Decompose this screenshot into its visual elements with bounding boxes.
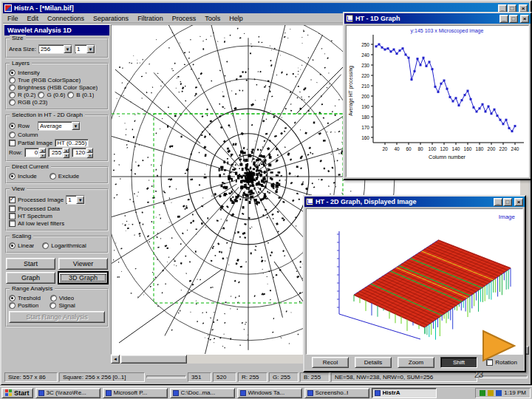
- zoom-button[interactable]: Zoom: [398, 357, 434, 368]
- treshold-radio[interactable]: [9, 295, 16, 301]
- svg-text:160: 160: [361, 135, 369, 140]
- size-count-combo[interactable]: 1 ▼: [75, 44, 95, 54]
- maximize-icon[interactable]: □: [508, 4, 516, 13]
- tray-icon[interactable]: [496, 390, 502, 396]
- scroll-left-icon[interactable]: ◄: [111, 355, 120, 364]
- ht-1d-title: HT - 1D Graph: [355, 15, 499, 22]
- system-tray[interactable]: 1:19 PM: [475, 388, 531, 398]
- partial-image-checkbox[interactable]: [9, 140, 16, 146]
- layer-intensity-radio[interactable]: Intensity: [9, 69, 105, 76]
- svg-text:200: 200: [361, 94, 369, 99]
- menu-separations[interactable]: Separations: [89, 15, 133, 22]
- tray-icon[interactable]: [488, 390, 494, 396]
- include-radio[interactable]: [9, 173, 16, 180]
- svg-text:120: 120: [440, 146, 449, 151]
- signal-radio[interactable]: [50, 302, 56, 309]
- all-filters-checkbox[interactable]: [9, 220, 16, 227]
- chevron-down-icon[interactable]: ▼: [76, 196, 84, 204]
- shift-button[interactable]: Shift: [440, 357, 477, 368]
- menu-tools[interactable]: Tools: [200, 15, 225, 22]
- graph-3d-button[interactable]: 3D Graph: [58, 272, 108, 284]
- slide-number: 23: [474, 370, 483, 379]
- average-combo[interactable]: Average ▼: [38, 121, 81, 131]
- taskbar-task[interactable]: Screensho..t: [304, 388, 369, 398]
- start-button[interactable]: Start: [6, 258, 55, 270]
- taskbar-task[interactable]: HistrA: [372, 388, 437, 398]
- position-radio[interactable]: [9, 302, 16, 309]
- menu-help[interactable]: Help: [225, 15, 248, 22]
- viewer-button[interactable]: Viewer: [58, 258, 108, 270]
- details-button[interactable]: Details: [355, 357, 392, 368]
- layer-g-radio[interactable]: [38, 92, 44, 98]
- row-from-spinner[interactable]: 0 ▲▼: [24, 148, 46, 157]
- menu-file[interactable]: File: [3, 15, 23, 22]
- video-radio[interactable]: [50, 295, 57, 301]
- spin-up-icon[interactable]: ▲: [63, 148, 69, 153]
- svg-text:Average HT processing: Average HT processing: [348, 66, 354, 116]
- tray-icon[interactable]: [480, 390, 485, 396]
- svg-text:160: 160: [464, 146, 472, 151]
- column-radio-row[interactable]: Column: [9, 132, 105, 138]
- taskbar-task[interactable]: C:\Doc..ma...: [170, 388, 235, 398]
- menu-edit[interactable]: Edit: [23, 15, 44, 22]
- start-range-analysis-button[interactable]: Start Range Analysis: [9, 311, 105, 323]
- column-radio[interactable]: [9, 132, 16, 138]
- spin-up-icon[interactable]: ▲: [86, 148, 93, 153]
- chevron-down-icon[interactable]: ▼: [86, 45, 95, 53]
- layer-rgb-radio[interactable]: RGB (0.23): [9, 99, 105, 106]
- chevron-down-icon[interactable]: ▼: [72, 122, 80, 130]
- area-size-combo[interactable]: 256 ▼: [38, 44, 72, 54]
- scrollbar-thumb[interactable]: [120, 355, 187, 364]
- start-menu-button[interactable]: Start: [1, 388, 33, 398]
- linear-radio[interactable]: [9, 242, 16, 249]
- row-to-spinner[interactable]: 255 ▲▼: [48, 148, 69, 157]
- logarithmical-radio[interactable]: [42, 242, 49, 249]
- taskbar-task[interactable]: Microsoft P...: [103, 388, 168, 398]
- ht-spectrum-row[interactable]: HT Spectrum: [9, 213, 105, 219]
- taskbar-task[interactable]: 3C (\\razo\Re...: [35, 388, 100, 398]
- spin-down-icon[interactable]: ▼: [63, 153, 69, 158]
- minimize-icon[interactable]: _: [498, 4, 507, 13]
- maximize-icon[interactable]: □: [503, 198, 512, 206]
- close-icon[interactable]: ×: [514, 198, 523, 206]
- radio-icon[interactable]: [9, 69, 16, 76]
- processed-data-checkbox[interactable]: [9, 205, 16, 212]
- graph-window-icon: [306, 198, 313, 205]
- taskbar-task[interactable]: Windows Ta...: [237, 388, 302, 398]
- radio-icon[interactable]: [9, 84, 16, 91]
- layer-b-radio[interactable]: [67, 92, 74, 98]
- layer-r-radio[interactable]: [9, 92, 16, 98]
- size-group-label: Size: [10, 35, 26, 41]
- processed-image-count-combo[interactable]: 1 ▼: [66, 195, 85, 205]
- menu-connections[interactable]: Connections: [43, 15, 89, 22]
- row-current-spinner[interactable]: 120 ▲▼: [72, 148, 93, 157]
- layer-brightness-radio[interactable]: Brightness (HSB Color Space): [9, 84, 105, 91]
- task-icon: [375, 390, 381, 396]
- ht-1d-graph-window[interactable]: HT - 1D Graph _ □ × 16017018019020021022…: [343, 12, 532, 180]
- radio-icon[interactable]: [9, 77, 16, 83]
- layer-true-rgb-radio[interactable]: True (RGB ColorSpace): [9, 77, 105, 83]
- menu-filtration[interactable]: Filtration: [133, 15, 168, 22]
- all-filters-row[interactable]: All low level filters: [9, 220, 105, 227]
- minimize-icon[interactable]: _: [494, 198, 502, 206]
- ht-2d-titlebar[interactable]: HT - 2D Graph, Displayed Image _ □ ×: [304, 197, 525, 207]
- spin-down-icon[interactable]: ▼: [86, 153, 93, 158]
- exclude-radio[interactable]: [50, 173, 56, 180]
- chevron-down-icon[interactable]: ▼: [64, 45, 72, 53]
- maximize-icon[interactable]: □: [509, 15, 518, 23]
- processed-image-checkbox[interactable]: [9, 197, 16, 203]
- row-radio[interactable]: [9, 123, 16, 129]
- spin-up-icon[interactable]: ▲: [39, 148, 46, 153]
- next-slide-arrow-icon[interactable]: [482, 330, 516, 362]
- close-icon[interactable]: ×: [519, 4, 528, 13]
- processed-data-row[interactable]: Processed Data: [9, 205, 105, 212]
- graph-button[interactable]: Graph: [6, 272, 55, 284]
- radio-icon[interactable]: [9, 99, 16, 106]
- spin-down-icon[interactable]: ▼: [39, 153, 46, 158]
- ht-1d-titlebar[interactable]: HT - 1D Graph _ □ ×: [344, 13, 531, 24]
- ht-spectrum-checkbox[interactable]: [9, 213, 16, 219]
- recol-button[interactable]: Recol: [312, 357, 349, 368]
- menu-process[interactable]: Process: [168, 15, 201, 22]
- close-icon[interactable]: ×: [520, 15, 529, 23]
- minimize-icon[interactable]: _: [499, 15, 508, 23]
